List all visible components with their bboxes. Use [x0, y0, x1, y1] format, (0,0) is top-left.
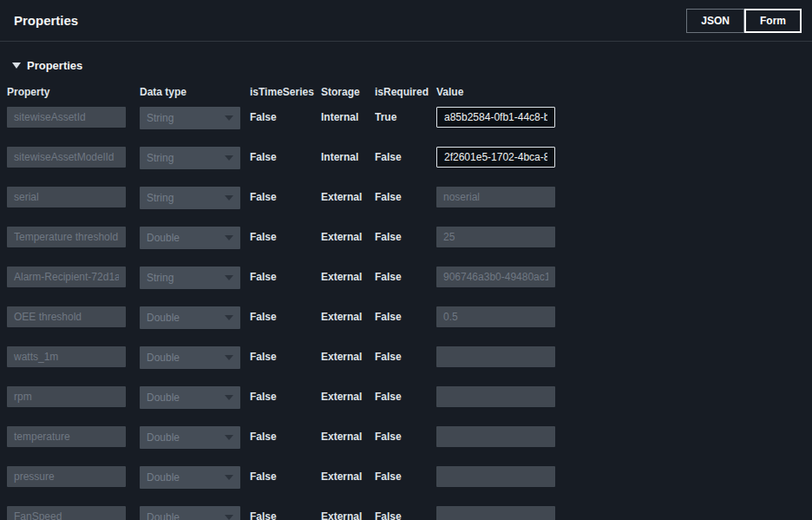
property-name-input[interactable]	[7, 386, 126, 407]
table-row: Double False External False	[0, 506, 812, 520]
cell-isrequired: False	[375, 426, 436, 449]
cell-istimeseries: False	[250, 267, 321, 289]
view-toggle: JSON Form	[686, 9, 802, 33]
cell-istimeseries: False	[250, 346, 321, 369]
chevron-down-icon	[225, 115, 233, 121]
property-name-input[interactable]	[7, 267, 126, 287]
data-type-select[interactable]: Double	[140, 506, 240, 520]
property-name-input[interactable]	[7, 187, 126, 207]
property-name-input[interactable]	[7, 466, 126, 487]
data-type-select[interactable]: String	[140, 267, 240, 289]
cell-isrequired: False	[375, 267, 436, 289]
property-name-input[interactable]	[7, 306, 126, 327]
value-input[interactable]	[436, 107, 555, 128]
value-input[interactable]	[436, 426, 555, 447]
property-name-input[interactable]	[7, 426, 126, 447]
cell-isrequired: False	[375, 506, 436, 520]
table-row: String False External False	[0, 267, 812, 289]
form-view-button[interactable]: Form	[744, 9, 802, 33]
properties-section-toggle[interactable]: Properties	[0, 42, 812, 84]
cell-istimeseries: False	[250, 107, 321, 129]
cell-storage: External	[321, 306, 375, 329]
data-type-value: String	[147, 107, 174, 129]
property-name-input[interactable]	[7, 147, 126, 168]
chevron-down-icon	[225, 355, 233, 360]
cell-isrequired: False	[375, 466, 436, 489]
data-type-select[interactable]: Double	[140, 426, 240, 449]
value-input[interactable]	[436, 506, 555, 520]
cell-isrequired: True	[375, 107, 436, 129]
value-input[interactable]	[436, 346, 555, 367]
data-type-value: Double	[147, 306, 180, 329]
property-name-input[interactable]	[7, 227, 126, 247]
column-header-istimeseries: isTimeSeries	[250, 84, 321, 100]
data-type-value: Double	[147, 426, 180, 449]
cell-storage: External	[321, 506, 375, 520]
cell-istimeseries: False	[250, 386, 321, 409]
cell-istimeseries: False	[250, 426, 321, 449]
data-type-value: Double	[147, 466, 180, 489]
table-row: Double False External False	[0, 386, 812, 409]
chevron-down-icon	[225, 155, 233, 161]
chevron-down-icon	[225, 275, 233, 280]
cell-storage: Internal	[321, 107, 375, 129]
data-type-select[interactable]: Double	[140, 386, 240, 409]
cell-isrequired: False	[375, 227, 436, 249]
cell-istimeseries: False	[250, 147, 321, 169]
json-view-button[interactable]: JSON	[686, 9, 744, 33]
value-input[interactable]	[436, 386, 555, 407]
data-type-select[interactable]: String	[140, 107, 240, 129]
data-type-select[interactable]: Double	[140, 306, 240, 329]
data-type-select[interactable]: Double	[140, 227, 240, 249]
data-type-value: Double	[147, 506, 180, 520]
chevron-down-icon	[225, 515, 233, 520]
value-input[interactable]	[436, 187, 555, 207]
value-input[interactable]	[436, 147, 555, 168]
cell-isrequired: False	[375, 187, 436, 209]
value-input[interactable]	[436, 466, 555, 487]
data-type-value: String	[147, 147, 174, 169]
cell-isrequired: False	[375, 147, 436, 169]
cell-storage: Internal	[321, 147, 375, 169]
cell-istimeseries: False	[250, 506, 321, 520]
table-header-row: Property Data type isTimeSeries Storage …	[0, 84, 812, 100]
cell-isrequired: False	[375, 346, 436, 369]
value-input[interactable]	[436, 267, 555, 287]
column-header-value: Value	[436, 84, 562, 100]
chevron-down-icon	[225, 315, 233, 320]
cell-storage: External	[321, 227, 375, 249]
chevron-down-icon	[225, 475, 233, 480]
data-type-select[interactable]: Double	[140, 346, 240, 369]
table-row: Double False External False	[0, 306, 812, 329]
property-name-input[interactable]	[7, 506, 126, 520]
cell-istimeseries: False	[250, 306, 321, 329]
table-row: Double False External False	[0, 426, 812, 449]
chevron-down-icon	[225, 235, 233, 240]
table-row: Double False External False	[0, 346, 812, 369]
table-body: String False Internal True String False …	[0, 107, 812, 520]
data-type-value: Double	[147, 346, 180, 369]
data-type-select[interactable]: Double	[140, 466, 240, 489]
section-title: Properties	[27, 59, 82, 72]
cell-istimeseries: False	[250, 187, 321, 209]
table-row: String False External False	[0, 187, 812, 209]
data-type-select[interactable]: String	[140, 147, 240, 169]
value-input[interactable]	[436, 306, 555, 327]
cell-storage: External	[321, 466, 375, 489]
page-title: Properties	[14, 13, 78, 28]
table-row: String False Internal True	[0, 107, 812, 129]
column-header-storage: Storage	[321, 84, 375, 100]
cell-storage: External	[321, 267, 375, 289]
data-type-value: Double	[147, 227, 180, 249]
property-name-input[interactable]	[7, 346, 126, 367]
value-input[interactable]	[436, 227, 555, 247]
chevron-down-icon	[225, 195, 233, 201]
cell-isrequired: False	[375, 306, 436, 329]
data-type-select[interactable]: String	[140, 187, 240, 209]
property-name-input[interactable]	[7, 107, 126, 128]
cell-isrequired: False	[375, 386, 436, 409]
table-row: Double False External False	[0, 227, 812, 249]
properties-table: Property Data type isTimeSeries Storage …	[0, 84, 812, 520]
cell-storage: External	[321, 386, 375, 409]
column-header-data-type: Data type	[140, 84, 250, 100]
